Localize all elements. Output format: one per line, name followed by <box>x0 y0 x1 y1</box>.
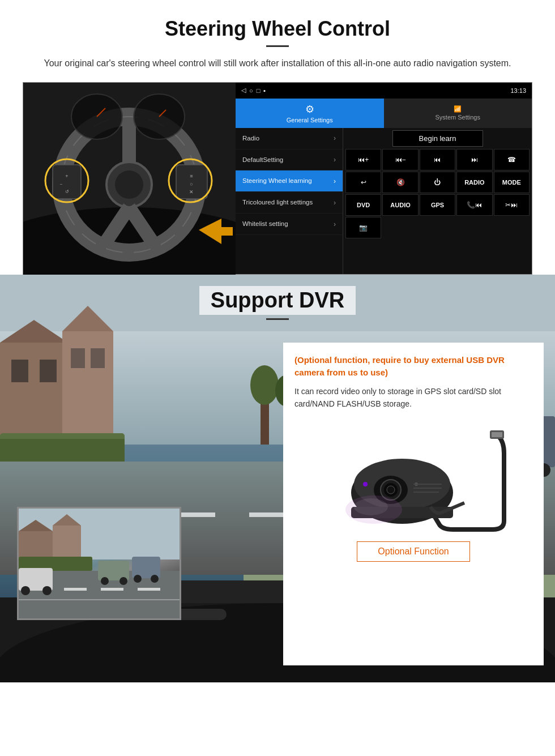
controls-grid: ⏮+ ⏮− ⏮ ⏭ ☎ <box>345 149 530 238</box>
svg-rect-77 <box>132 557 160 578</box>
dvr-thumbnail-inner <box>19 509 180 618</box>
tab-system-settings[interactable]: 📶 System Settings <box>384 99 532 128</box>
android-controls-panel: Begin learn ⏮+ ⏮− ⏮ <box>343 128 532 274</box>
android-statusbar: ◁ ○ □ ▪ 13:13 <box>236 83 532 99</box>
menu-tricoloured-label: Tricoloured light settings <box>242 198 313 207</box>
svg-text:○: ○ <box>190 181 193 187</box>
steering-wheel-svg: + − ↺ ≡ ○ ✕ <box>23 83 236 275</box>
steering-wheel-section: Steering Wheel Control Your original car… <box>0 0 555 275</box>
dvr-body: (Optional function, require to buy exter… <box>0 326 555 677</box>
tab-general-label: General Settings <box>287 117 333 123</box>
home-icon: ○ <box>249 87 253 94</box>
steering-demo: + − ↺ ≡ ○ ✕ <box>23 82 532 275</box>
phone-prev-button[interactable]: 📞⏮ <box>456 194 492 216</box>
wifi-icon: 📶 <box>454 105 462 113</box>
prev-button[interactable]: ⏮ <box>420 149 455 170</box>
camera-icon: 📷 <box>359 224 368 232</box>
menu-item-whitelist[interactable]: Whitelist setting › <box>236 213 343 235</box>
steering-wheel-photo: + − ↺ ≡ ○ ✕ <box>23 83 236 275</box>
svg-point-99 <box>354 498 388 515</box>
tab-general-settings[interactable]: ⚙ General Settings <box>236 99 384 128</box>
chevron-icon: › <box>334 156 336 164</box>
prev-icon: ⏮ <box>434 156 441 164</box>
svg-text:↺: ↺ <box>65 189 69 194</box>
mute-button[interactable]: 🔇 <box>382 172 418 193</box>
svg-point-76 <box>119 577 127 585</box>
svg-point-75 <box>101 577 109 585</box>
power-icon: ⏻ <box>434 178 441 186</box>
chevron-icon: › <box>334 220 336 228</box>
statusbar-time: 13:13 <box>510 87 526 94</box>
gear-icon: ⚙ <box>305 103 314 116</box>
phone-next-icon: ✂⏭ <box>505 201 518 209</box>
back-button[interactable]: ↩ <box>345 172 381 193</box>
menu-item-steering-wheel[interactable]: Steering Wheel learning › <box>236 170 343 192</box>
begin-learn-row: Begin learn <box>345 130 530 147</box>
svg-rect-72 <box>101 588 123 591</box>
steering-description: Your original car's steering wheel contr… <box>34 56 521 71</box>
vol-down-icon: ⏮− <box>395 156 406 164</box>
dvd-label: DVD <box>357 202 370 208</box>
radio-button[interactable]: RADIO <box>456 172 492 193</box>
menu-item-tricoloured[interactable]: Tricoloured light settings › <box>236 192 343 213</box>
menu-steering-label: Steering Wheel learning <box>242 177 312 185</box>
dvr-description: It can record video only to storage in G… <box>294 385 532 411</box>
gps-button[interactable]: GPS <box>420 194 455 216</box>
next-button[interactable]: ⏭ <box>456 149 492 170</box>
chevron-icon: › <box>334 177 336 185</box>
tab-system-label: System Settings <box>436 114 480 121</box>
svg-point-78 <box>134 575 142 583</box>
chevron-icon: › <box>334 134 336 142</box>
statusbar-left-icons: ◁ ○ □ ▪ <box>241 87 266 94</box>
next-icon: ⏭ <box>471 156 478 164</box>
menu-default-label: DefaultSetting <box>242 156 283 164</box>
mode-label: MODE <box>502 179 521 186</box>
steering-title: Steering Wheel Control <box>23 17 532 41</box>
camera-button[interactable]: 📷 <box>345 217 381 238</box>
vol-down-button[interactable]: ⏮− <box>382 149 418 170</box>
phone-next-button[interactable]: ✂⏭ <box>494 194 530 216</box>
dvr-product-image-area <box>294 419 532 532</box>
android-menu: Radio › DefaultSetting › Steering Wheel … <box>236 128 343 274</box>
menu-radio-label: Radio <box>242 134 259 143</box>
menu-item-radio[interactable]: Radio › <box>236 128 343 150</box>
optional-function-button[interactable]: Optional Function <box>357 541 470 562</box>
dvr-title-area: Support DVR <box>0 275 555 326</box>
phone-prev-icon: 📞⏮ <box>467 201 482 209</box>
svg-point-8 <box>115 170 143 199</box>
back-call-icon: ↩ <box>361 178 366 186</box>
gps-label: GPS <box>431 202 444 208</box>
svg-rect-85 <box>492 432 502 437</box>
chevron-icon: › <box>334 199 336 207</box>
dvr-title: Support DVR <box>199 286 356 315</box>
mute-icon: 🔇 <box>396 178 405 186</box>
dvr-left-area <box>11 331 272 665</box>
mode-button[interactable]: MODE <box>494 172 530 193</box>
menu-icon: ▪ <box>263 87 266 94</box>
svg-point-82 <box>42 586 52 595</box>
svg-rect-83 <box>19 599 181 600</box>
power-button[interactable]: ⏻ <box>420 172 455 193</box>
radio-label: RADIO <box>464 179 484 186</box>
audio-button[interactable]: AUDIO <box>382 194 418 216</box>
audio-label: AUDIO <box>390 202 410 208</box>
menu-whitelist-label: Whitelist setting <box>242 220 288 228</box>
android-tabs: ⚙ General Settings 📶 System Settings <box>236 99 532 128</box>
begin-learn-button[interactable]: Begin learn <box>392 130 483 147</box>
back-icon: ◁ <box>241 87 246 94</box>
dvd-button[interactable]: DVD <box>345 194 381 216</box>
menu-item-default-setting[interactable]: DefaultSetting › <box>236 150 343 171</box>
svg-text:✕: ✕ <box>189 189 194 195</box>
support-dvr-section: Support DVR <box>0 275 555 682</box>
svg-rect-73 <box>138 588 160 591</box>
phone-button[interactable]: ☎ <box>494 149 530 170</box>
svg-point-79 <box>151 575 159 583</box>
svg-text:−: − <box>60 182 63 187</box>
android-screen: ◁ ○ □ ▪ 13:13 ⚙ General Settings 📶 Syste… <box>236 83 532 274</box>
recents-icon: □ <box>257 87 261 94</box>
dvr-optional-text: (Optional function, require to buy exter… <box>294 354 532 379</box>
android-main-content: Radio › DefaultSetting › Steering Wheel … <box>236 128 532 274</box>
svg-point-92 <box>363 482 368 486</box>
thumbnail-svg <box>19 509 181 620</box>
vol-up-button[interactable]: ⏮+ <box>345 149 381 170</box>
